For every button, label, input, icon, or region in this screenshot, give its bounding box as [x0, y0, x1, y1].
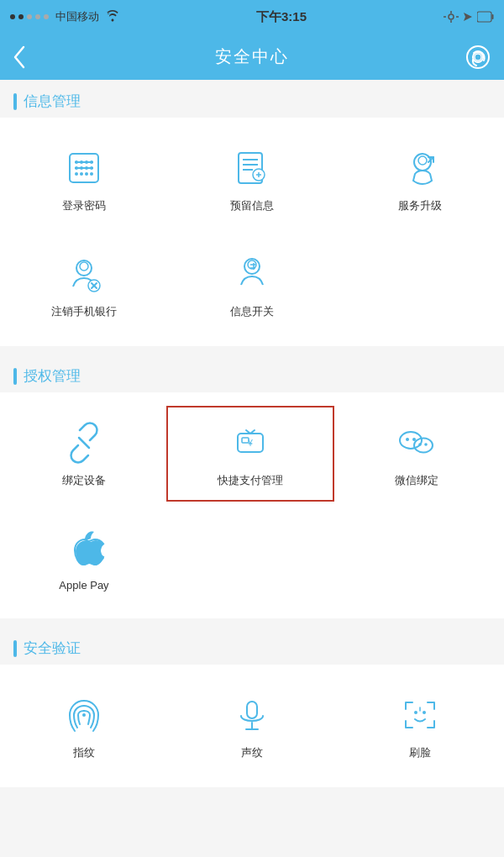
- svg-line-46: [79, 438, 89, 448]
- svg-point-9: [467, 46, 489, 68]
- payment-icon: ¥: [227, 419, 274, 466]
- face-scan-label: 刷脸: [409, 745, 431, 760]
- service-upgrade-item[interactable]: 服务升级: [336, 133, 504, 225]
- svg-point-56: [82, 713, 86, 717]
- refresh-icon: [465, 45, 491, 70]
- status-time: 下午3:15: [256, 9, 307, 25]
- svg-point-54: [418, 443, 422, 446]
- svg-point-51: [414, 439, 433, 453]
- info-management-grid: 登录密码 预留信息: [0, 118, 504, 346]
- bind-device-label: 绑定设备: [62, 473, 106, 488]
- section-bar: [13, 93, 17, 110]
- auth-management-grid: 绑定设备 ¥ 快捷支付管理: [0, 392, 504, 618]
- location-icon: [444, 11, 459, 23]
- login-password-label: 登录密码: [62, 198, 106, 213]
- apple-pay-label: Apple Pay: [59, 579, 108, 591]
- svg-rect-7: [492, 14, 494, 19]
- separator-2: [0, 618, 504, 627]
- auth-row-1: 绑定设备 ¥ 快捷支付管理: [0, 401, 504, 507]
- svg-point-52: [406, 438, 409, 441]
- header-title: 安全中心: [215, 45, 289, 68]
- section-title-security: 安全验证: [24, 639, 81, 658]
- svg-point-20: [85, 166, 88, 170]
- cancel-icon: [60, 250, 108, 297]
- svg-point-19: [80, 166, 83, 170]
- section-title-auth: 授权管理: [24, 366, 81, 386]
- upgrade-icon: [396, 145, 444, 192]
- section-info-management: 信息管理: [0, 80, 504, 118]
- voiceprint-label: 声纹: [241, 745, 263, 760]
- wifi-icon: [106, 10, 119, 24]
- svg-point-14: [75, 160, 78, 164]
- svg-marker-5: [464, 13, 472, 21]
- info-row-1: 登录密码 预留信息: [0, 126, 504, 232]
- cancel-mobile-item[interactable]: 注销手机银行: [0, 239, 168, 331]
- login-password-item[interactable]: 登录密码: [0, 133, 168, 225]
- svg-text:¥: ¥: [247, 439, 253, 448]
- password-icon: [60, 145, 108, 192]
- svg-rect-57: [247, 702, 257, 718]
- svg-point-24: [85, 172, 88, 176]
- wechat-icon: [393, 419, 440, 466]
- switch-icon: [228, 250, 276, 297]
- voiceprint-item[interactable]: 声纹: [168, 680, 336, 772]
- svg-point-62: [423, 711, 426, 714]
- wechat-bind-item[interactable]: 微信绑定: [333, 407, 501, 500]
- svg-point-61: [414, 711, 417, 714]
- security-verify-grid: 指纹 声纹: [0, 665, 504, 787]
- svg-point-10: [475, 54, 481, 60]
- svg-point-25: [90, 172, 93, 176]
- app-header: 安全中心: [0, 34, 504, 80]
- bind-device-item[interactable]: 绑定设备: [0, 407, 168, 500]
- apple-icon: [60, 525, 108, 572]
- carrier-label: 中国移动: [55, 9, 99, 24]
- svg-point-37: [80, 262, 88, 271]
- refresh-button[interactable]: [465, 45, 491, 70]
- apple-pay-item[interactable]: Apple Pay: [0, 513, 168, 603]
- separator-1: [0, 346, 504, 355]
- arrow-icon: [462, 11, 474, 23]
- reserved-info-item[interactable]: 预留信息: [168, 133, 336, 225]
- svg-point-50: [400, 432, 422, 449]
- auth-row-2: Apple Pay: [0, 507, 504, 610]
- svg-rect-8: [478, 13, 485, 21]
- fingerprint-label: 指纹: [73, 745, 95, 760]
- svg-point-15: [80, 160, 83, 164]
- info-icon: [228, 145, 276, 192]
- svg-point-34: [418, 156, 427, 165]
- svg-point-16: [85, 160, 88, 164]
- quick-payment-item[interactable]: ¥ 快捷支付管理: [166, 406, 334, 502]
- svg-point-22: [75, 172, 78, 176]
- face-scan-item[interactable]: 刷脸: [336, 680, 504, 772]
- status-bar: 中国移动 下午3:15: [0, 0, 504, 34]
- service-upgrade-label: 服务升级: [398, 198, 442, 213]
- svg-point-18: [75, 166, 78, 170]
- fingerprint-icon: [60, 691, 108, 739]
- info-switch-label: 信息开关: [230, 304, 274, 319]
- voiceprint-icon: [228, 691, 276, 739]
- svg-point-17: [90, 160, 93, 164]
- quick-payment-label: 快捷支付管理: [218, 473, 283, 488]
- battery-icon: [477, 11, 494, 23]
- wechat-bind-label: 微信绑定: [395, 473, 438, 488]
- svg-point-55: [424, 443, 428, 446]
- svg-point-53: [412, 438, 416, 441]
- cancel-mobile-label: 注销手机银行: [51, 304, 117, 319]
- reserved-info-label: 预留信息: [230, 198, 274, 213]
- section-security-verify: 安全验证: [0, 627, 504, 665]
- svg-point-0: [449, 14, 454, 19]
- back-button[interactable]: [13, 45, 27, 69]
- face-icon: [396, 691, 444, 739]
- security-row-1: 指纹 声纹: [0, 673, 504, 779]
- section-bar-2: [13, 368, 17, 385]
- section-title-info: 信息管理: [24, 92, 81, 111]
- section-bar-3: [13, 640, 17, 657]
- fingerprint-item[interactable]: 指纹: [0, 680, 168, 772]
- info-row-2: 注销手机银行 信息开关: [0, 232, 504, 338]
- info-switch-item[interactable]: 信息开关: [168, 239, 336, 331]
- section-auth-management: 授权管理: [0, 355, 504, 392]
- link-icon: [60, 419, 108, 466]
- status-left: 中国移动: [10, 9, 119, 24]
- svg-point-21: [90, 166, 93, 170]
- status-right: [444, 11, 494, 23]
